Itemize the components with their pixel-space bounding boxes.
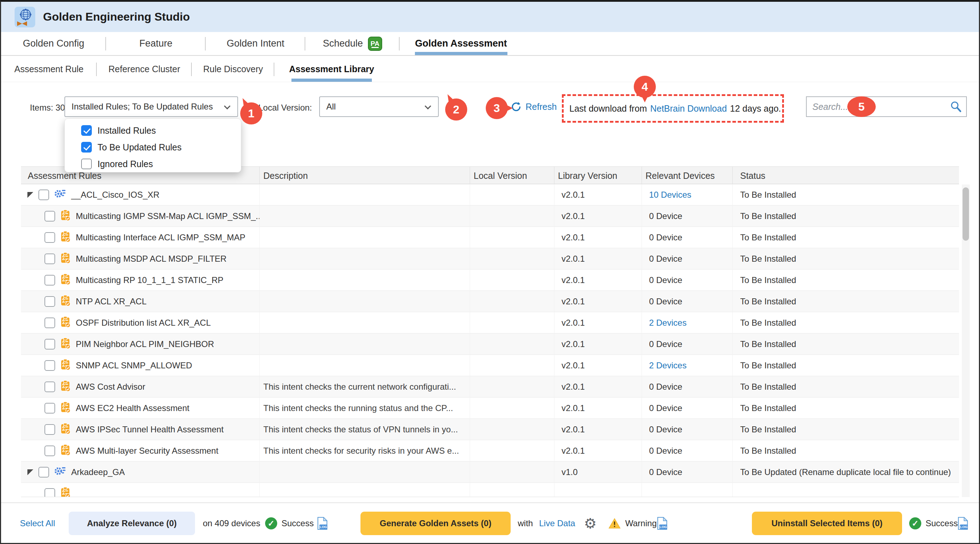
settings-gear-icon[interactable]: ⚙ xyxy=(584,503,597,544)
library-version-cell: v2.0.1 xyxy=(554,227,641,248)
status-cell: To Be Installed xyxy=(732,355,959,376)
subtab-reference-cluster[interactable]: Reference Cluster xyxy=(97,57,192,82)
local-version-label: Local Version: xyxy=(258,103,312,113)
tab-golden-config[interactable]: Golden Config xyxy=(1,32,106,55)
generate-log-icon[interactable]: LOG xyxy=(657,503,668,544)
column-header-relevant-devices: Relevant Devices xyxy=(641,167,732,184)
generate-warning-status: Warning xyxy=(608,503,657,544)
rules-filter-select[interactable]: Installed Rules; To Be Updated Rules xyxy=(64,96,238,117)
rule-icon xyxy=(60,359,71,372)
library-version-cell: v2.0.1 xyxy=(554,312,641,333)
rule-icon xyxy=(60,252,71,266)
svg-text:LOG: LOG xyxy=(320,525,327,529)
relevant-devices-cell[interactable]: 10 Devices xyxy=(649,190,691,200)
expand-triangle-icon[interactable] xyxy=(27,192,33,198)
status-cell: To Be Installed xyxy=(732,440,959,462)
column-header-local-version: Local Version xyxy=(470,167,554,184)
status-cell: To Be Installed xyxy=(732,333,959,355)
rule-icon xyxy=(60,231,71,244)
relevant-devices-cell[interactable]: 2 Devices xyxy=(649,360,686,371)
main-tabs: Golden Config Feature Golden Intent Sche… xyxy=(1,32,979,56)
rule-group-icon xyxy=(54,466,66,479)
analyze-log-icon[interactable]: LOG xyxy=(317,503,328,544)
subtab-assessment-library[interactable]: Assessment Library xyxy=(274,57,389,82)
row-checkbox[interactable] xyxy=(45,424,55,435)
row-checkbox[interactable] xyxy=(45,254,55,264)
column-header-status: Status xyxy=(732,167,959,184)
rule-icon xyxy=(60,295,71,308)
row-checkbox[interactable] xyxy=(45,232,55,243)
library-version-cell: v2.0.1 xyxy=(554,206,641,227)
row-checkbox[interactable] xyxy=(45,339,55,349)
sub-tabs: Assessment Rule Reference Cluster Rule D… xyxy=(1,57,979,82)
local-version-cell xyxy=(470,333,554,355)
row-checkbox[interactable] xyxy=(45,382,55,392)
rule-icon xyxy=(60,487,71,497)
row-checkbox[interactable] xyxy=(38,190,49,200)
local-version-cell xyxy=(470,398,554,419)
pa-badge-icon: PA xyxy=(368,36,382,51)
row-checkbox[interactable] xyxy=(45,360,55,371)
refresh-button[interactable]: Refresh xyxy=(511,102,557,112)
local-version-cell xyxy=(470,206,554,227)
row-checkbox[interactable] xyxy=(45,403,55,414)
relevant-devices-cell[interactable]: 2 Devices xyxy=(649,318,686,328)
tab-schedule[interactable]: Schedule PA xyxy=(305,32,399,55)
analyze-relevance-button[interactable]: Analyze Relevance (0) xyxy=(69,503,195,544)
relevant-devices-cell: 0 Device xyxy=(649,233,682,243)
relevant-devices-cell: 0 Device xyxy=(649,446,682,456)
relevant-devices-cell: 0 Device xyxy=(649,211,682,221)
row-checkbox[interactable] xyxy=(45,488,55,497)
titlebar: Golden Engineering Studio xyxy=(1,2,979,32)
select-all-link[interactable]: Select All xyxy=(20,503,55,544)
subtab-assessment-rule[interactable]: Assessment Rule xyxy=(1,57,97,82)
checkbox-checked-icon[interactable] xyxy=(81,125,92,136)
app-logo-icon xyxy=(14,7,35,27)
local-version-cell xyxy=(470,419,554,440)
chevron-down-icon xyxy=(224,103,230,109)
local-version-cell xyxy=(470,248,554,270)
expand-triangle-icon[interactable] xyxy=(27,469,33,475)
row-checkbox[interactable] xyxy=(45,317,55,328)
row-checkbox[interactable] xyxy=(38,467,49,477)
table-row: Multicasting MSDP ACL MSDP_FILTER v2.0.1… xyxy=(21,248,959,270)
local-version-select[interactable]: All xyxy=(319,96,439,117)
row-checkbox[interactable] xyxy=(45,296,55,307)
checkbox-checked-icon[interactable] xyxy=(81,142,92,152)
tab-feature[interactable]: Feature xyxy=(106,32,206,55)
status-cell: To Be Installed xyxy=(732,291,959,312)
row-checkbox[interactable] xyxy=(45,211,55,222)
status-cell xyxy=(732,483,959,497)
search-icon[interactable] xyxy=(950,101,962,113)
row-checkbox[interactable] xyxy=(45,275,55,285)
library-version-cell xyxy=(554,483,641,497)
live-data-link[interactable]: Live Data xyxy=(539,503,575,544)
status-cell: To Be Installed xyxy=(732,248,959,270)
filter-option-installed-rules[interactable]: Installed Rules xyxy=(81,124,241,137)
checkbox-unchecked-icon[interactable] xyxy=(81,159,92,169)
library-version-cell: v2.0.1 xyxy=(554,355,641,376)
filter-option-ignored-rules[interactable]: Ignored Rules xyxy=(81,157,241,171)
search-input[interactable] xyxy=(807,102,950,112)
uninstall-selected-items-button[interactable]: Uninstall Selected Items (0) xyxy=(752,503,902,544)
row-checkbox[interactable] xyxy=(45,446,55,456)
scrollbar-thumb[interactable] xyxy=(963,187,969,241)
rule-description: This intent checks the current network c… xyxy=(259,376,470,398)
vertical-scrollbar[interactable] xyxy=(962,184,970,497)
status-cell: To Be Installed xyxy=(732,206,959,227)
table-row: PIM Neighbor ACL PIM_NEIGHBOR v2.0.1 0 D… xyxy=(21,333,959,355)
table-row: AWS Multi-layer Security Assessment This… xyxy=(21,440,959,462)
rule-icon xyxy=(60,423,71,436)
filter-option-to-be-updated-rules[interactable]: To Be Updated Rules xyxy=(81,140,241,154)
netbrain-download-link[interactable]: NetBrain Download xyxy=(650,103,727,114)
library-version-cell: v2.0.1 xyxy=(554,248,641,270)
subtab-rule-discovery[interactable]: Rule Discovery xyxy=(192,57,274,82)
local-version-cell xyxy=(470,312,554,333)
uninstall-log-icon[interactable]: LOG xyxy=(958,503,968,544)
generate-golden-assets-button[interactable]: Generate Golden Assets (0) xyxy=(361,503,511,544)
local-version-cell xyxy=(470,483,554,497)
library-version-cell: v2.0.1 xyxy=(554,270,641,291)
tab-golden-intent[interactable]: Golden Intent xyxy=(206,32,305,55)
rule-description xyxy=(259,184,470,206)
tab-golden-assessment[interactable]: Golden Assessment xyxy=(399,32,522,55)
